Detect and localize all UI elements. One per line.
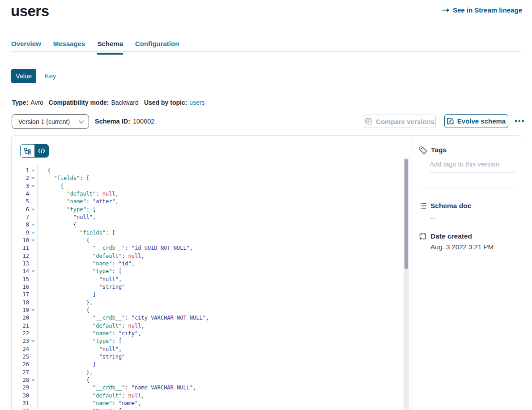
fold-spacer: [29, 353, 37, 361]
code-scrollbar-thumb[interactable]: [404, 159, 408, 269]
meta-type-value: Avro: [30, 99, 43, 106]
fold-toggle[interactable]: [29, 183, 37, 190]
fold-spacer: [29, 276, 37, 283]
line-number: 20: [12, 314, 29, 322]
tab-configuration[interactable]: Configuration: [135, 40, 179, 55]
tab-overview[interactable]: Overview: [11, 40, 41, 55]
tags-input[interactable]: [430, 159, 516, 172]
fold-spacer: [29, 214, 37, 221]
line-number: 16: [12, 283, 29, 291]
topic-link[interactable]: users: [189, 99, 204, 106]
code-line: 9 "fields": [: [12, 229, 403, 237]
line-number: 29: [12, 384, 29, 392]
evolve-schema-button[interactable]: Evolve schema: [444, 114, 508, 128]
evolve-schema-icon: [447, 118, 454, 124]
code-text: "null",: [37, 276, 403, 283]
more-actions-button[interactable]: [513, 114, 526, 128]
line-number: 23: [12, 337, 29, 345]
fold-spacer: [29, 314, 37, 322]
code-text: "string": [37, 283, 403, 291]
code-line: 8 {: [12, 221, 403, 229]
compare-versions-button[interactable]: Compare versions: [364, 115, 436, 128]
fold-toggle[interactable]: [29, 175, 37, 182]
tab-bar-track: [11, 51, 521, 52]
date-created-value: Aug. 3 2022 3:21 PM: [430, 243, 494, 251]
fold-toggle[interactable]: [29, 206, 37, 214]
line-number: 10: [12, 237, 29, 244]
fold-spacer: [29, 291, 37, 299]
code-line: 31 "name": "name",: [12, 400, 403, 407]
code-text: "name": "after",: [37, 198, 403, 205]
fold-toggle[interactable]: [29, 237, 37, 244]
tab-schema[interactable]: Schema: [97, 40, 123, 55]
code-text: "__crdb__": "id UUID NOT NULL",: [37, 244, 403, 252]
code-line: 5 "name": "after",: [12, 198, 403, 205]
code-line: 30 "default": null,: [12, 392, 403, 400]
code-text: "__crdb__": "city VARCHAR NOT NULL",: [37, 314, 403, 322]
code-line: 14 "type": [: [12, 268, 403, 275]
line-number: 19: [12, 307, 29, 314]
fold-toggle[interactable]: [29, 307, 37, 314]
code-text: "type": [: [37, 206, 403, 214]
tab-messages[interactable]: Messages: [53, 40, 85, 55]
fold-spacer: [29, 384, 37, 392]
line-number: 1: [12, 167, 29, 175]
code-text: "null",: [37, 346, 403, 353]
code-view-icon: [38, 148, 45, 154]
key-toggle-button[interactable]: Key: [45, 69, 56, 83]
code-viewer: 1 {2 "fields": [3 {4 "default": null,5 "…: [12, 136, 412, 410]
schema-meta-row: Type:Avro Compatibility mode:Backward Us…: [12, 99, 210, 106]
code-text: "name": "city",: [37, 330, 403, 337]
code-line: 32 "type": [: [12, 407, 403, 410]
code-line: 27 },: [12, 369, 403, 376]
code-line: 24 "null",: [12, 346, 403, 353]
line-number: 7: [12, 214, 29, 221]
code-line: 7 "null",: [12, 214, 403, 221]
fold-toggle[interactable]: [29, 407, 37, 410]
fold-toggle[interactable]: [29, 221, 37, 229]
meta-type-label: Type:: [12, 99, 28, 106]
line-number: 30: [12, 392, 29, 400]
line-number: 32: [12, 407, 29, 410]
line-number: 3: [12, 183, 29, 190]
fold-toggle[interactable]: [29, 376, 37, 384]
code-line: 23 "type": [: [12, 337, 403, 345]
line-number: 25: [12, 353, 29, 361]
code-line: 6 "type": [: [12, 206, 403, 214]
fold-arrow-icon: [31, 270, 35, 273]
line-number: 18: [12, 299, 29, 307]
fold-toggle[interactable]: [29, 167, 37, 175]
code-line: 19 {: [12, 307, 403, 314]
meta-type: Type:Avro: [12, 99, 43, 106]
stream-lineage-link[interactable]: See in Stream lineage: [443, 6, 522, 14]
code-line: 4 "default": null,: [12, 190, 403, 198]
code-text: "default": null,: [37, 252, 403, 260]
code-line: 28 {: [12, 376, 403, 384]
line-number: 31: [12, 400, 29, 407]
code-text: },: [37, 369, 403, 376]
fold-spacer: [29, 198, 37, 205]
tree-view-icon: [24, 148, 31, 154]
fold-toggle[interactable]: [29, 229, 37, 237]
evolve-schema-label: Evolve schema: [457, 117, 506, 125]
tree-view-button[interactable]: [21, 145, 34, 157]
schema-id-label: Schema ID:: [95, 118, 130, 125]
version-select-value: Version 1 (current): [18, 118, 80, 125]
line-number: 22: [12, 330, 29, 337]
list-icon: [419, 203, 426, 209]
meta-used-by-topic: Used by topic:users: [144, 99, 205, 106]
fold-toggle[interactable]: [29, 268, 37, 275]
page-title: users: [11, 3, 49, 20]
code-text: {: [37, 307, 403, 314]
fold-toggle[interactable]: [29, 337, 37, 345]
value-toggle-button[interactable]: Value: [11, 69, 36, 83]
code-text: "null",: [37, 214, 403, 221]
code-text: {: [37, 221, 403, 229]
code-view-button[interactable]: [34, 145, 48, 157]
code-text: {: [37, 376, 403, 384]
version-select[interactable]: Version 1 (current): [12, 114, 89, 129]
stream-lineage-icon: [443, 7, 450, 13]
fold-spacer: [29, 283, 37, 291]
schema-id-value: 100002: [133, 118, 154, 125]
code-line: 16 "string": [12, 283, 403, 291]
